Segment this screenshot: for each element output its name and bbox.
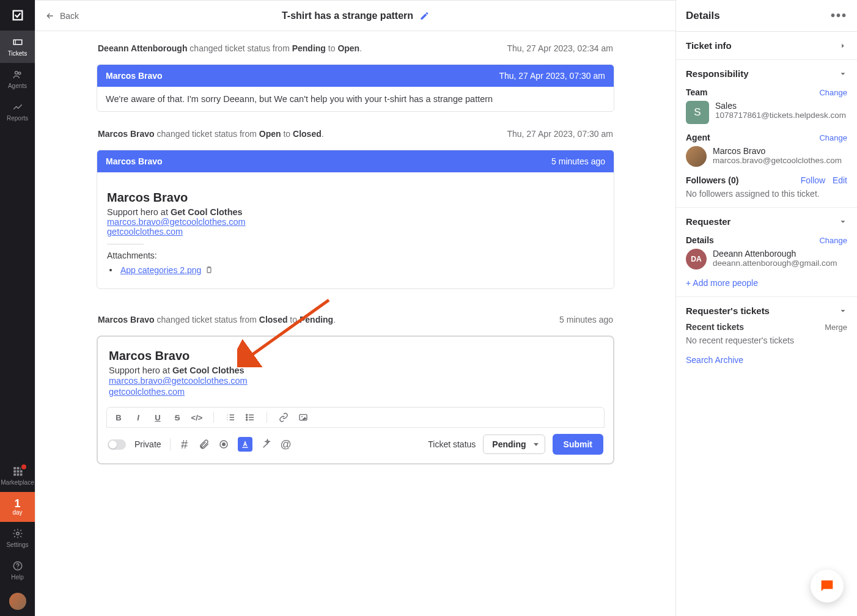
event-time: Thu, 27 Apr 2023, 07:30 am (507, 129, 613, 139)
svg-rect-2 (13, 467, 16, 469)
magic-button[interactable] (261, 439, 272, 450)
svg-rect-9 (17, 474, 19, 476)
font-color-button[interactable] (238, 437, 252, 452)
chat-fab[interactable] (811, 570, 844, 603)
strike-button[interactable]: S (172, 412, 183, 423)
underline-button[interactable]: U (152, 412, 163, 423)
bold-button[interactable]: B (113, 412, 124, 423)
signature-role: Support hero at Get Cool Clothes (109, 365, 602, 375)
chevron-right-icon (839, 42, 847, 50)
ticket-info-section[interactable]: Ticket info (676, 32, 857, 60)
back-label: Back (60, 11, 79, 21)
agent-entity: Marcos Bravo marcos.bravo@getcoolclothes… (686, 146, 847, 167)
sidebar-item-tickets[interactable]: Tickets (0, 31, 35, 63)
record-button[interactable] (218, 439, 229, 450)
sidebar-item-label: Help (11, 574, 24, 581)
section-toggle[interactable]: Responsibility (686, 68, 847, 79)
agent-label: Agent (686, 133, 710, 142)
chat-icon (818, 578, 836, 595)
event-time: Thu, 27 Apr 2023, 02:34 am (507, 43, 613, 53)
follow-link[interactable]: Follow (801, 175, 825, 185)
topbar: Back T-shirt has a strange pattern (35, 1, 675, 31)
attachment-button[interactable] (199, 439, 210, 450)
svg-rect-14 (207, 268, 211, 273)
copy-icon[interactable] (205, 266, 213, 274)
attachment-item: App categories 2.png (107, 265, 604, 275)
unordered-list-button[interactable] (245, 412, 256, 423)
attachment-link[interactable]: App categories 2.png (120, 265, 201, 275)
team-avatar: S (686, 101, 709, 124)
no-followers-text: No followers assigned to this ticket. (686, 189, 847, 199)
event-row: Marcos Bravo changed ticket status from … (97, 315, 614, 324)
signature-email-link[interactable]: marcos.bravo@getcoolclothes.com (107, 217, 246, 227)
agent-name: Marcos Bravo (713, 146, 842, 156)
code-button[interactable]: </> (191, 412, 202, 423)
sidebar-item-label: Reports (7, 115, 28, 122)
mention-button[interactable]: @ (281, 439, 292, 450)
more-icon[interactable]: ••• (831, 9, 847, 23)
sidebar-item-label: Settings (6, 541, 28, 548)
change-requester-link[interactable]: Change (819, 236, 847, 245)
message-card: Marcos Bravo 5 minutes ago Marcos Bravo … (97, 150, 614, 289)
ordered-list-button[interactable] (225, 412, 236, 423)
reports-icon (12, 101, 23, 112)
signature-name: Marcos Bravo (107, 191, 604, 205)
search-archive-link[interactable]: Search Archive (686, 355, 743, 365)
notification-badge (20, 463, 28, 471)
message-author: Marcos Bravo (106, 156, 163, 166)
event-row: Marcos Bravo changed ticket status from … (97, 129, 614, 139)
status-select[interactable]: Pending (483, 435, 545, 454)
event-from: Pending (292, 43, 326, 53)
sidebar-item-agents[interactable]: Agents (0, 63, 35, 95)
signature-name: Marcos Bravo (109, 349, 602, 363)
signature-role: Support hero at Get Cool Clothes (107, 207, 604, 217)
requester-avatar: DA (686, 249, 707, 270)
compose-editor[interactable]: Marcos Bravo Support hero at Get Cool Cl… (106, 345, 605, 401)
sidebar-item-trial[interactable]: 1 day (0, 492, 35, 522)
italic-button[interactable]: I (133, 412, 144, 423)
section-toggle[interactable]: Requester (686, 216, 847, 227)
team-entity: S Sales 1078717861@tickets.helpdesk.com (686, 101, 847, 124)
change-agent-link[interactable]: Change (819, 133, 847, 142)
private-toggle[interactable] (108, 439, 126, 450)
followers-label: Followers (0) (686, 175, 738, 185)
add-people-link[interactable]: + Add more people (686, 278, 758, 288)
signature-site-link[interactable]: getcoolclothes.com (109, 387, 185, 397)
chevron-down-icon (839, 70, 847, 78)
sidebar-item-help[interactable]: Help (0, 554, 35, 587)
event-row: Deeann Attenborough changed ticket statu… (97, 43, 614, 53)
sidebar-item-settings[interactable]: Settings (0, 522, 35, 554)
change-team-link[interactable]: Change (819, 88, 847, 97)
user-avatar[interactable] (9, 593, 26, 610)
details-header: Details ••• (676, 0, 857, 32)
conversation-area: Deeann Attenborough changed ticket statu… (35, 31, 675, 616)
compose-box[interactable]: Marcos Bravo Support hero at Get Cool Cl… (97, 336, 614, 464)
agent-avatar (686, 146, 707, 167)
section-toggle[interactable]: Requester's tickets (686, 306, 847, 316)
sidebar-item-reports[interactable]: Reports (0, 95, 35, 128)
details-panel: Details ••• Ticket info Responsibility T… (675, 0, 857, 616)
svg-point-17 (246, 417, 248, 418)
chevron-down-icon (839, 218, 847, 226)
svg-rect-10 (20, 474, 22, 476)
svg-rect-7 (20, 471, 22, 473)
link-button[interactable] (278, 412, 289, 423)
edit-followers-link[interactable]: Edit (833, 175, 847, 185)
signature-site-link[interactable]: getcoolclothes.com (107, 227, 183, 237)
responsibility-section: Responsibility Team Change S Sales 10787… (676, 60, 857, 208)
event-actor: Deeann Attenborough (98, 43, 187, 53)
trial-label: day (12, 509, 22, 516)
signature-email-link[interactable]: marcos.bravo@getcoolclothes.com (109, 376, 248, 386)
image-button[interactable] (298, 412, 309, 423)
hash-button[interactable]: # (179, 439, 190, 450)
edit-icon[interactable] (419, 11, 429, 21)
message-header: Marcos Bravo Thu, 27 Apr 2023, 07:30 am (97, 65, 614, 87)
sidebar-item-marketplace[interactable]: Marketplace (0, 460, 35, 492)
submit-button[interactable]: Submit (553, 434, 603, 455)
back-button[interactable]: Back (45, 11, 79, 21)
svg-point-16 (246, 414, 248, 416)
svg-rect-8 (13, 474, 16, 476)
sidebar-item-label: Tickets (8, 50, 27, 57)
merge-link[interactable]: Merge (825, 323, 847, 332)
app-logo[interactable] (0, 0, 35, 31)
